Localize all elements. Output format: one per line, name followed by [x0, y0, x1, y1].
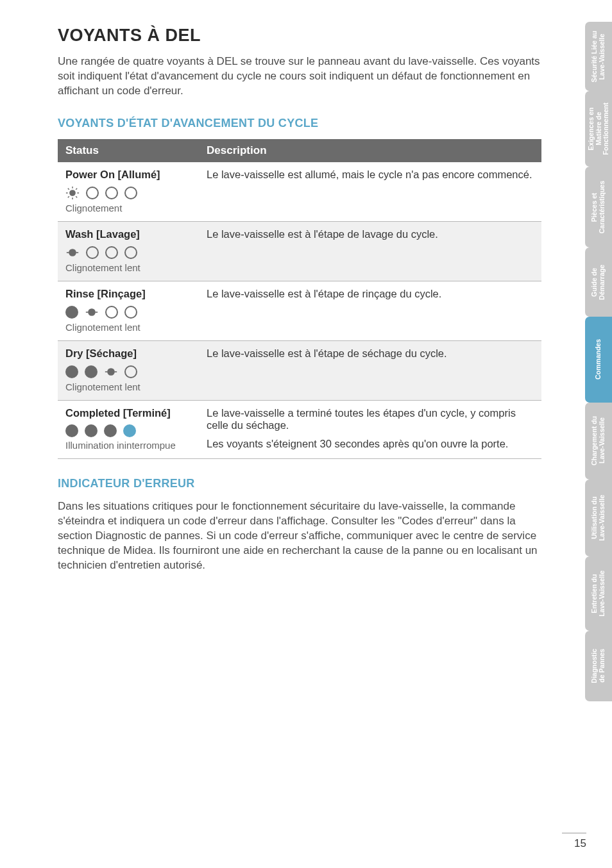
status-sub: Clignotement lent — [65, 322, 191, 333]
led-icons — [65, 246, 191, 260]
svg-point-12 — [89, 309, 95, 315]
led-off-icon — [105, 246, 118, 259]
led-icons — [65, 186, 191, 200]
table-row: Power On [Allumé] Clignotement Le lave-v… — [58, 162, 541, 222]
led-off-icon — [105, 187, 118, 199]
led-off-icon — [124, 246, 137, 259]
side-tabs: Sécurité Liée au Lave-VaisselleExigences… — [585, 22, 612, 701]
page-number: 15 — [562, 833, 586, 850]
status-sub: Clignotement — [65, 203, 191, 213]
status-label: Dry [Séchage] — [65, 347, 191, 360]
side-tab[interactable]: Utilisation du Lave-Vaisselle — [585, 480, 612, 556]
status-desc: Le lave-vaisselle est à l'étape de sécha… — [199, 340, 541, 400]
table-row: Completed [Terminé] Illumination ininter… — [58, 400, 541, 458]
led-off-icon — [124, 365, 137, 378]
status-sub: Clignotement lent — [65, 262, 191, 273]
led-off-icon — [124, 306, 137, 319]
section-cycle-heading: VOYANTS D'ÉTAT D'AVANCEMENT DU CYCLE — [58, 117, 541, 130]
side-tab[interactable]: Commandes — [585, 317, 612, 403]
status-sub: Clignotement lent — [65, 381, 191, 392]
side-tab-label: Diagnostic de Pannes — [591, 649, 606, 683]
led-icons — [65, 424, 191, 437]
svg-line-5 — [68, 188, 69, 190]
status-desc: Le lave-vaisselle est à l'étape de rinça… — [199, 281, 541, 340]
svg-line-6 — [76, 196, 77, 197]
svg-point-0 — [70, 190, 75, 196]
side-tab[interactable]: Pièces et Caractéristiques — [585, 167, 612, 247]
sun-icon — [104, 365, 118, 379]
led-on-icon — [65, 306, 78, 319]
sun-icon — [65, 186, 80, 200]
side-tab-label: Sécurité Liée au Lave-Vaisselle — [591, 31, 606, 83]
status-sub: Illumination ininterrompue — [65, 440, 191, 451]
side-tab-label: Exigences en Matière de Fonctionnement — [588, 103, 610, 155]
side-tab-label: Commandes — [595, 339, 602, 380]
side-tab[interactable]: Sécurité Liée au Lave-Vaisselle — [585, 22, 612, 91]
led-on-icon — [85, 424, 98, 437]
svg-point-9 — [69, 249, 76, 256]
svg-line-7 — [68, 196, 69, 197]
side-tab[interactable]: Diagnostic de Pannes — [585, 631, 612, 701]
svg-line-8 — [76, 188, 77, 190]
col-description: Description — [199, 139, 541, 162]
side-tab[interactable]: Entretien du Lave-Vaisselle — [585, 556, 612, 631]
table-row: Rinse [Rinçage] Clignotement lent Le lav… — [58, 281, 541, 340]
led-on-icon — [104, 424, 117, 437]
section-error-heading: INDICATEUR D'ERREUR — [58, 477, 541, 490]
status-label: Wash [Lavage] — [65, 228, 191, 240]
status-label: Power On [Allumé] — [65, 169, 191, 181]
side-tab[interactable]: Guide de Démarrage — [585, 247, 612, 317]
side-tab-label: Pièces et Caractéristiques — [591, 181, 606, 233]
led-off-icon — [86, 187, 99, 199]
status-desc-2: Les voyants s'éteignent 30 secondes aprè… — [207, 438, 534, 450]
table-row: Dry [Séchage] Clignotement lent Le lave-… — [58, 340, 541, 400]
side-tab-label: Chargement du Lave-Vaisselle — [591, 416, 606, 465]
status-desc: Le lave-vaisselle est allumé, mais le cy… — [199, 162, 541, 222]
col-status: Status — [58, 139, 199, 162]
led-icons — [65, 305, 191, 319]
led-on-icon — [65, 424, 78, 437]
side-tab-label: Utilisation du Lave-Vaisselle — [591, 495, 606, 541]
led-off-icon — [105, 306, 118, 319]
sun-icon — [65, 246, 80, 260]
led-icons — [65, 365, 191, 379]
cycle-status-table: Status Description Power On [Allumé] — [58, 139, 541, 459]
led-active-icon — [123, 424, 136, 437]
sun-icon — [85, 305, 99, 319]
side-tab-label: Guide de Démarrage — [591, 265, 606, 300]
status-label: Completed [Terminé] — [65, 407, 191, 419]
error-text: Dans les situations critiques pour le fo… — [58, 499, 541, 573]
side-tab[interactable]: Chargement du Lave-Vaisselle — [585, 403, 612, 480]
led-on-icon — [65, 365, 78, 378]
table-row: Wash [Lavage] Clignotement lent Le lave-… — [58, 221, 541, 281]
status-label: Rinse [Rinçage] — [65, 288, 191, 300]
status-desc: Le lave-vaisselle est à l'étape de lavag… — [199, 221, 541, 281]
status-desc: Le lave-vaisselle a terminé toutes les é… — [207, 407, 534, 431]
page-title: VOYANTS À DEL — [58, 26, 541, 46]
svg-point-15 — [108, 369, 114, 375]
led-off-icon — [86, 246, 99, 259]
side-tab[interactable]: Exigences en Matière de Fonctionnement — [585, 91, 612, 167]
side-tab-label: Entretien du Lave-Vaisselle — [591, 571, 606, 617]
intro-text: Une rangée de quatre voyants à DEL se tr… — [58, 54, 541, 99]
led-off-icon — [124, 187, 137, 199]
led-on-icon — [85, 365, 98, 378]
